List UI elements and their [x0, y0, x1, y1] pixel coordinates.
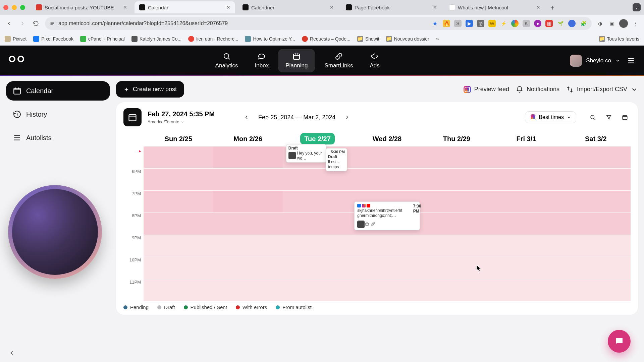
time-slot[interactable] [144, 190, 213, 213]
ext-icon[interactable]: ⚡ [500, 20, 507, 27]
time-slot[interactable] [561, 257, 631, 279]
sidebar-item-calendar[interactable]: Calendar [6, 81, 110, 101]
time-slot[interactable] [213, 168, 282, 190]
sidebar-item-autolists[interactable]: Autolists [6, 128, 110, 147]
time-slot[interactable] [213, 213, 282, 235]
time-slot[interactable] [283, 213, 352, 235]
time-slot[interactable] [561, 279, 631, 301]
bookmark[interactable]: Requests – Qode... [302, 36, 351, 42]
ext-icon[interactable]: K [523, 20, 530, 27]
best-times-button[interactable]: Best times [525, 111, 576, 123]
time-slot[interactable] [561, 235, 631, 257]
profile-avatar-icon[interactable] [619, 19, 628, 28]
all-bookmarks-button[interactable]: 📁Tous les favoris [599, 36, 639, 42]
nav-smartlinks[interactable]: SmartLinks [317, 49, 360, 72]
time-slot[interactable] [213, 257, 282, 279]
browser-tab[interactable]: Page Facebook ✕ [341, 1, 442, 13]
close-window-button[interactable] [3, 5, 8, 10]
time-slot[interactable] [352, 257, 422, 279]
time-slot[interactable] [491, 146, 561, 168]
site-info-icon[interactable] [50, 21, 55, 26]
time-slot[interactable] [144, 168, 213, 190]
time-slot[interactable] [561, 213, 631, 235]
time-slot[interactable] [144, 213, 213, 235]
chat-fab[interactable] [608, 330, 631, 353]
ext-icon[interactable]: ● [534, 20, 541, 27]
timezone-selector[interactable]: America/Toronto [148, 119, 215, 124]
extensions-puzzle-icon[interactable]: 🧩 [580, 20, 587, 27]
bookmark[interactable]: lien utm - Recherc... [188, 36, 238, 42]
time-slot[interactable] [422, 257, 491, 279]
time-slot[interactable] [352, 279, 422, 301]
bookmark[interactable]: Pixel Facebook [33, 36, 73, 42]
close-tab-icon[interactable]: ✕ [433, 5, 437, 10]
time-slot[interactable] [352, 146, 422, 168]
forward-button[interactable] [18, 19, 27, 28]
hamburger-menu-icon[interactable] [627, 56, 635, 65]
tabs-overflow-button[interactable]: ⌄ [633, 3, 641, 11]
metricool-logo[interactable] [9, 56, 25, 66]
calendar-event[interactable]: 7:30 PM skjhakhrlehrelihrtrvntierht gher… [354, 201, 420, 230]
bookmark-folder[interactable]: 📁Nouveau dossier [386, 36, 429, 42]
minimize-window-button[interactable] [12, 5, 17, 10]
ext-icon[interactable]: S [454, 20, 462, 27]
close-tab-icon[interactable]: ✕ [123, 5, 127, 10]
time-slot[interactable] [283, 190, 352, 213]
nav-analytics[interactable]: Analytics [208, 49, 246, 72]
bookmark[interactable]: cPanel - Principal [80, 36, 125, 42]
filter-button[interactable] [603, 112, 614, 123]
time-slot[interactable] [561, 168, 631, 190]
browser-tab[interactable]: Social media posts: YOUTUBE ✕ [31, 1, 132, 13]
ext-icon[interactable] [568, 20, 576, 27]
time-slot[interactable] [561, 190, 631, 213]
browser-tab[interactable]: Calendrier ✕ [238, 1, 338, 13]
reload-button[interactable] [32, 19, 40, 28]
time-slot[interactable] [491, 279, 561, 301]
ext-icon[interactable]: 🔥 [443, 20, 450, 27]
time-slot[interactable] [491, 213, 561, 235]
browser-tab[interactable]: Calendar ✕ [135, 1, 235, 13]
time-slot[interactable] [422, 146, 491, 168]
kebab-menu-icon[interactable]: ⋮ [632, 20, 639, 27]
ext-icon[interactable]: ◑ [596, 20, 604, 27]
notifications-button[interactable]: Notifications [516, 86, 559, 93]
time-slot[interactable] [144, 257, 213, 279]
time-slot[interactable] [213, 279, 282, 301]
time-slot-grid[interactable]: 6PM 7PM 8PM 9PM 10PM 11PM Draft [123, 146, 631, 301]
bookmarks-overflow-icon[interactable]: » [436, 36, 439, 42]
close-tab-icon[interactable]: ✕ [536, 5, 540, 10]
bookmark-folder[interactable]: 📁Showit [357, 36, 379, 42]
search-button[interactable] [587, 112, 598, 123]
calendar-grid[interactable]: Sun 2/25 Mon 2/26 Tue 2/27 Wed 2/28 Thu … [123, 132, 631, 301]
time-slot[interactable] [422, 279, 491, 301]
back-button[interactable] [5, 19, 13, 28]
ext-icon[interactable]: W [488, 20, 496, 27]
browser-tab[interactable]: What's new | Metricool ✕ [444, 1, 545, 13]
time-slot[interactable] [144, 146, 213, 168]
sidebar-item-history[interactable]: History [6, 105, 110, 124]
time-slot[interactable] [422, 168, 491, 190]
sidepanel-icon[interactable]: ▣ [608, 20, 615, 27]
nav-planning[interactable]: Planning [278, 49, 315, 72]
ext-icon[interactable]: ▶ [466, 20, 473, 27]
time-slot[interactable] [422, 190, 491, 213]
create-new-post-button[interactable]: Create new post [116, 81, 184, 98]
sidebar-collapse-button[interactable] [6, 347, 17, 359]
time-slot[interactable] [352, 168, 422, 190]
import-export-button[interactable]: Import/Export CSV [566, 86, 638, 93]
time-slot[interactable] [213, 190, 282, 213]
ext-icon[interactable]: 🌱 [557, 20, 564, 27]
calendar-event[interactable]: Draft Hey you, your wo… [286, 144, 326, 163]
time-slot[interactable] [283, 257, 352, 279]
bookmark[interactable]: Pixiset [5, 36, 26, 42]
preview-feed-button[interactable]: Preview feed [464, 86, 509, 93]
time-slot[interactable] [561, 146, 631, 168]
close-tab-icon[interactable]: ✕ [330, 5, 334, 10]
calendar-event[interactable]: 5:30 PM Draft Il est… temps [326, 148, 347, 171]
time-slot[interactable] [283, 235, 352, 257]
star-bookmark-icon[interactable]: ★ [431, 20, 439, 27]
nav-inbox[interactable]: Inbox [248, 49, 276, 72]
time-slot[interactable] [213, 235, 282, 257]
time-slot[interactable] [352, 235, 422, 257]
prev-week-button[interactable] [241, 112, 252, 123]
